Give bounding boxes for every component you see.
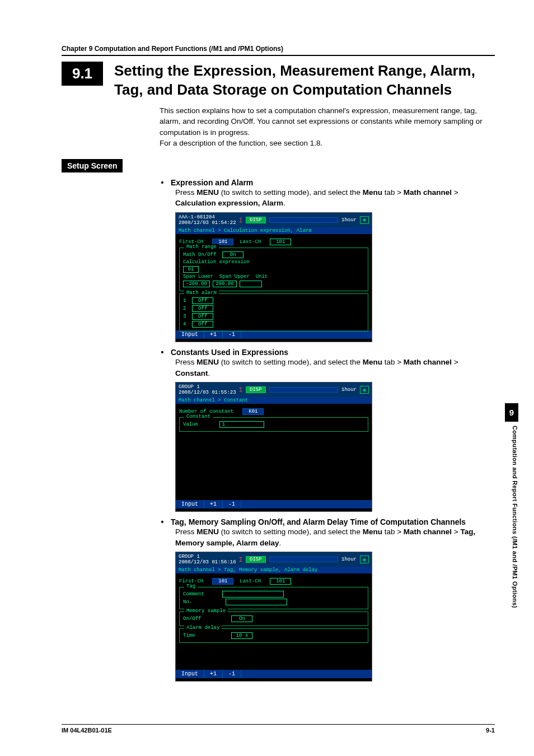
bullet-dot: • — [160, 178, 165, 187]
setup-screen-heading: Setup Screen — [62, 159, 123, 172]
footer-doc-id: IM 04L42B01-01E — [62, 727, 112, 734]
disp-button[interactable]: DISP — [246, 556, 266, 563]
alarm-3-field[interactable]: Off — [192, 313, 213, 320]
comment-field[interactable] — [222, 591, 284, 598]
intro-paragraph-1: This section explains how to set a compu… — [160, 106, 483, 137]
math-icon: ∑ — [240, 217, 242, 223]
bullet-dot: • — [160, 348, 165, 357]
input-button[interactable]: Input — [176, 670, 204, 678]
chapter-header: Chapter 9 Computation and Report Functio… — [62, 45, 495, 56]
input-button[interactable]: Input — [176, 500, 204, 508]
footer-page-number: 9-1 — [486, 727, 495, 734]
plus1-button[interactable]: +1 — [204, 670, 223, 678]
disp-button[interactable]: DISP — [246, 217, 266, 223]
side-chapter-title: Computation and Report Functions (/M1 an… — [512, 426, 518, 608]
bullet-title-1: Expression and Alarm — [171, 178, 253, 187]
math-onoff-field[interactable]: On — [222, 251, 243, 258]
no-field[interactable] — [226, 599, 287, 605]
alarm-4-field[interactable]: Off — [192, 321, 213, 328]
section-number: 9.1 — [62, 62, 103, 86]
bullet-title-2: Constants Used in Expressions — [171, 348, 288, 357]
bullet-title-3: Tag, Memory Sampling On/Off, and Alarm D… — [171, 517, 466, 526]
plus1-button[interactable]: +1 — [204, 500, 223, 508]
num-constant-field[interactable]: K01 — [242, 408, 264, 415]
bullet-dot: • — [160, 517, 165, 526]
side-chapter-number: 9 — [505, 403, 518, 422]
span-upper-field[interactable]: 200.00 — [213, 281, 236, 287]
plus1-button[interactable]: +1 — [204, 330, 223, 339]
last-ch-field[interactable]: 101 — [270, 239, 291, 245]
input-button[interactable]: Input — [176, 330, 204, 339]
math-icon: ∑ — [240, 387, 242, 393]
progress-bar — [269, 217, 338, 223]
math-icon: ∑ — [240, 557, 242, 562]
first-ch-field[interactable]: 101 — [212, 578, 233, 585]
alarm-delay-field[interactable]: 10 s — [231, 632, 252, 639]
intro-paragraph-2: For a description of the function, see s… — [160, 139, 322, 147]
minus1-button[interactable]: -1 — [223, 500, 241, 508]
breadcrumb: Math channel > Calculation expression, A… — [176, 227, 372, 234]
screenshot-tag-memory-alarm: GROUP 12008/12/03 01:56:16 ∑ DISP 1hour … — [175, 552, 372, 682]
progress-bar — [269, 387, 338, 393]
value-field[interactable]: 1 — [219, 421, 264, 428]
unit-field[interactable] — [240, 281, 262, 287]
memory-onoff-field[interactable]: On — [231, 615, 252, 622]
camera-icon[interactable]: ◉ — [360, 386, 369, 394]
camera-icon[interactable]: ◉ — [360, 216, 369, 224]
alarm-2-field[interactable]: Off — [192, 305, 213, 312]
instruction-2: Press MENU (to switch to setting mode), … — [175, 357, 495, 379]
alarm-1-field[interactable]: Off — [192, 297, 213, 304]
screenshot-constants: GROUP 12008/12/03 01:55:23 ∑ DISP 1hour … — [175, 382, 372, 512]
camera-icon[interactable]: ◉ — [360, 556, 369, 563]
calc-expr-field[interactable]: 01 — [183, 266, 199, 273]
last-ch-field[interactable]: 101 — [270, 578, 291, 585]
instruction-3: Press MENU (to switch to setting mode), … — [175, 526, 495, 548]
breadcrumb: Math channel > Tag, Memory sample, Alarm… — [176, 567, 372, 573]
disp-button[interactable]: DISP — [246, 386, 266, 393]
span-lower-field[interactable]: -200.00 — [183, 281, 210, 287]
breadcrumb: Math channel > Constant — [176, 397, 372, 404]
instruction-1: Press MENU (to switch to setting mode), … — [175, 187, 495, 209]
minus1-button[interactable]: -1 — [223, 670, 241, 678]
minus1-button[interactable]: -1 — [223, 330, 241, 339]
progress-bar — [269, 557, 338, 562]
page-title: Setting the Expression, Measurement Rang… — [114, 62, 495, 100]
screenshot-expression-alarm: AAA-1-0812042008/12/03 01:54:22 ∑ DISP 1… — [175, 212, 372, 342]
